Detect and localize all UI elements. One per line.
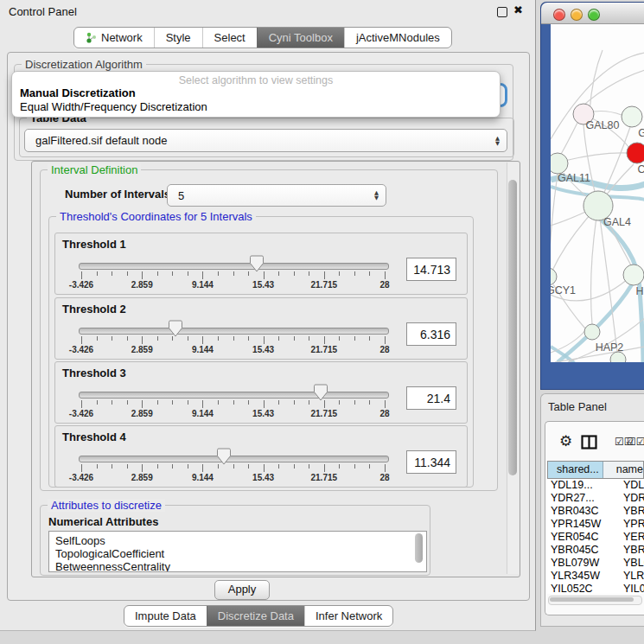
network-node-label: H <box>635 285 643 297</box>
dropdown-option-manual-discretization[interactable]: Manual Discretization <box>12 86 500 100</box>
network-node-label: GAL4 <box>603 216 631 228</box>
network-edge[interactable] <box>594 112 622 116</box>
network-icon <box>86 32 97 43</box>
bottom-tab-label: Discretize Data <box>218 609 294 622</box>
network-canvas[interactable]: GAL80GCGAL11GAL4GCY1HHAP2 <box>551 24 644 362</box>
column-header-name[interactable]: name <box>603 462 643 478</box>
table-hscrollbar-thumb[interactable] <box>550 597 634 602</box>
table-hscrollbar-track[interactable] <box>548 596 642 605</box>
slider-track[interactable] <box>79 392 389 399</box>
tab-select[interactable]: Select <box>202 28 257 48</box>
table-cell-name[interactable]: YLR345W <box>614 570 644 583</box>
table-row[interactable]: YLR345WYLR345W <box>547 570 644 583</box>
checkbox-icon[interactable]: ☑☑ <box>627 436 644 448</box>
tab-jactivemnodules[interactable]: jActiveMNodules <box>344 28 451 48</box>
float-icon[interactable] <box>497 7 507 17</box>
table-data-combobox[interactable]: galFiltered.sif default node ▲▼ <box>24 129 507 152</box>
table-cell-name[interactable]: YBL079W <box>614 557 644 570</box>
maximize-traffic-light[interactable] <box>588 9 600 21</box>
table-cell-shared-name[interactable]: YBL079W <box>547 557 614 570</box>
network-edge[interactable] <box>590 50 603 112</box>
minimize-traffic-light[interactable] <box>571 9 583 21</box>
attribute-list-item[interactable]: BetweennessCentrality <box>49 560 426 572</box>
threshold-value-field[interactable] <box>406 258 456 281</box>
network-node-gcy1[interactable] <box>551 268 557 285</box>
network-graph[interactable]: GAL80GCGAL11GAL4GCY1HHAP2 <box>551 24 644 362</box>
tab-cyni-toolbox[interactable]: Cyni Toolbox <box>257 28 344 48</box>
slider-thumb[interactable] <box>169 320 182 337</box>
main-scrollbar-thumb[interactable] <box>508 180 517 475</box>
table-cell-shared-name[interactable]: YBR045C <box>547 544 614 557</box>
threshold-value-field[interactable] <box>406 322 456 346</box>
slider-tick <box>248 400 249 405</box>
top-tab-label: Network <box>101 31 143 44</box>
split-columns-icon[interactable] <box>581 435 597 450</box>
table-cell-name[interactable]: YBR045C <box>614 544 644 557</box>
table-row[interactable]: YDR27...YDR27... <box>547 492 644 505</box>
table-cell-name[interactable]: YPR145W <box>614 518 644 531</box>
table-cell-shared-name[interactable]: YLR345W <box>547 570 614 583</box>
slider-track[interactable] <box>79 456 389 462</box>
tab-impute-data[interactable]: Impute Data <box>124 606 207 626</box>
slider-thumb[interactable] <box>314 384 328 401</box>
number-of-intervals-label: Number of Intervals <box>65 188 170 201</box>
attribute-list-item[interactable]: TopologicalCoefficient <box>49 547 426 560</box>
network-node-c[interactable] <box>627 143 644 163</box>
slider-tick <box>202 271 203 279</box>
network-edge[interactable] <box>591 206 598 324</box>
slider-tick-label: 9.144 <box>192 473 214 482</box>
dropdown-option-equal-width-frequency-discretization[interactable]: Equal Width/Frequency Discretization <box>12 100 500 114</box>
table-cell-shared-name[interactable]: YBR043C <box>547 505 614 518</box>
table-row[interactable]: YBR043CYBR043C <box>547 505 644 518</box>
apply-button[interactable]: Apply <box>214 580 270 600</box>
table-cell-name[interactable]: YER054C <box>614 531 644 544</box>
column-header-shared-name[interactable]: shared... <box>548 462 603 478</box>
table-row[interactable]: YER054CYER054C <box>547 531 644 544</box>
slider-track[interactable] <box>79 263 389 270</box>
network-node-hap2[interactable] <box>584 324 600 340</box>
slider-tick <box>385 400 386 408</box>
tab-infer-network[interactable]: Infer Network <box>304 606 392 626</box>
network-edge[interactable] <box>568 318 644 362</box>
table-row[interactable]: YPR145WYPR145W <box>547 518 644 531</box>
table-cell-name[interactable]: YIL052C <box>614 583 644 594</box>
network-edge[interactable] <box>560 123 577 156</box>
attributes-scrollbar-thumb[interactable] <box>415 533 423 563</box>
network-node-label: GAL11 <box>558 172 590 184</box>
number-of-intervals-combobox[interactable]: 5 ▲▼ <box>167 184 386 207</box>
table-cell-shared-name[interactable]: YIL052C <box>547 583 614 594</box>
slider-tick <box>248 336 249 341</box>
table-cell-shared-name[interactable]: YER054C <box>547 531 614 544</box>
threshold-value-field[interactable] <box>406 450 456 474</box>
table-row[interactable]: YBL079WYBL079W <box>547 557 644 570</box>
table-cell-shared-name[interactable]: YDL19... <box>547 479 614 492</box>
slider-track[interactable] <box>79 328 389 335</box>
network-edge-thick[interactable] <box>640 288 643 362</box>
table-cell-name[interactable]: YDR27... <box>614 492 644 505</box>
tab-discretize-data[interactable]: Discretize Data <box>207 606 304 626</box>
table-row[interactable]: YBR045CYBR045C <box>547 544 644 557</box>
tab-network[interactable]: Network <box>74 28 154 48</box>
numerical-attributes-label: Numerical Attributes <box>48 515 158 528</box>
network-node-h[interactable] <box>623 265 644 285</box>
gear-icon[interactable]: ⚙ <box>559 432 572 450</box>
slider-thumb[interactable] <box>217 448 231 465</box>
slider-tick <box>233 271 234 276</box>
network-node-g[interactable] <box>622 106 642 127</box>
threshold-value-field[interactable] <box>406 386 456 410</box>
table-cell-name[interactable]: YDL19... <box>614 479 644 492</box>
close-icon[interactable]: ✖ <box>513 3 523 16</box>
table-row[interactable]: YDL19...YDL19... <box>547 479 644 492</box>
numerical-attributes-list[interactable]: SelfLoopsTopologicalCoefficientBetweenne… <box>48 531 427 572</box>
attribute-list-item[interactable]: SelfLoops <box>49 534 426 547</box>
table-cell-name[interactable]: YBR043C <box>614 505 644 518</box>
tab-style[interactable]: Style <box>154 28 202 48</box>
table-cell-shared-name[interactable]: YPR145W <box>547 518 614 531</box>
network-node-gal11[interactable] <box>551 153 568 174</box>
table-cell-shared-name[interactable]: YDR27... <box>547 492 614 505</box>
slider-thumb[interactable] <box>250 255 264 272</box>
thresholds-group: Threshold's Coordinates for 5 Intervals … <box>48 216 474 488</box>
table-row[interactable]: YIL052CYIL052C <box>547 583 644 594</box>
close-traffic-light[interactable] <box>553 9 565 21</box>
network-edge[interactable] <box>564 153 627 161</box>
